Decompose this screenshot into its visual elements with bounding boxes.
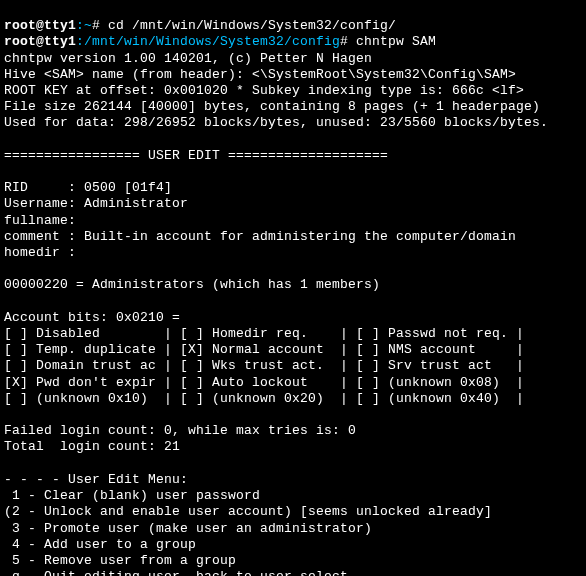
- menu-option-1: 1 - Clear (blank) user password: [4, 488, 260, 503]
- command-chntpw: chntpw SAM: [356, 34, 436, 49]
- output-total-login: Total login count: 21: [4, 439, 180, 454]
- prompt-path: :/mnt/win/Windows/System32/config: [76, 34, 340, 49]
- prompt-hash: #: [340, 34, 348, 49]
- output-account-bits: Account bits: 0x0210 =: [4, 310, 180, 325]
- output-rid: RID : 0500 [01f4]: [4, 180, 172, 195]
- output-header-user-edit: ================= USER EDIT ============…: [4, 148, 388, 163]
- output-failed-login: Failed login count: 0, while max tries i…: [4, 423, 356, 438]
- menu-option-q: q - Quit editing user, back to user sele…: [4, 569, 348, 576]
- output-line: File size 262144 [40000] bytes, containi…: [4, 99, 540, 114]
- prompt-line-1: root@tty1:~# cd /mnt/win/Windows/System3…: [4, 18, 396, 33]
- output-username: Username: Administrator: [4, 196, 188, 211]
- prompt-line-2: root@tty1:/mnt/win/Windows/System32/conf…: [4, 34, 436, 49]
- output-homedir: homedir :: [4, 245, 76, 260]
- output-group: 00000220 = Administrators (which has 1 m…: [4, 277, 380, 292]
- output-line: ROOT KEY at offset: 0x001020 * Subkey in…: [4, 83, 524, 98]
- output-bits-row: [X] Pwd don't expir | [ ] Auto lockout |…: [4, 375, 524, 390]
- menu-option-5: 5 - Remove user from a group: [4, 553, 236, 568]
- terminal[interactable]: root@tty1:~# cd /mnt/win/Windows/System3…: [0, 0, 586, 576]
- menu-option-2: (2 - Unlock and enable user account) [se…: [4, 504, 492, 519]
- output-bits-row: [ ] (unknown 0x10) | [ ] (unknown 0x20) …: [4, 391, 524, 406]
- prompt-path: :~: [76, 18, 92, 33]
- output-bits-row: [ ] Disabled | [ ] Homedir req. | [ ] Pa…: [4, 326, 524, 341]
- output-line: Hive <SAM> name (from header): <\SystemR…: [4, 67, 516, 82]
- prompt-user-host: root@tty1: [4, 18, 76, 33]
- menu-option-4: 4 - Add user to a group: [4, 537, 196, 552]
- output-bits-row: [ ] Temp. duplicate | [X] Normal account…: [4, 342, 524, 357]
- menu-header: - - - - User Edit Menu:: [4, 472, 188, 487]
- prompt-user-host: root@tty1: [4, 34, 76, 49]
- menu-option-3: 3 - Promote user (make user an administr…: [4, 521, 372, 536]
- command-cd: cd /mnt/win/Windows/System32/config/: [108, 18, 396, 33]
- output-comment: comment : Built-in account for administe…: [4, 229, 516, 244]
- output-line: Used for data: 298/26952 blocks/bytes, u…: [4, 115, 548, 130]
- output-fullname: fullname:: [4, 213, 76, 228]
- output-line: chntpw version 1.00 140201, (c) Petter N…: [4, 51, 372, 66]
- output-bits-row: [ ] Domain trust ac | [ ] Wks trust act.…: [4, 358, 524, 373]
- prompt-hash: #: [92, 18, 100, 33]
